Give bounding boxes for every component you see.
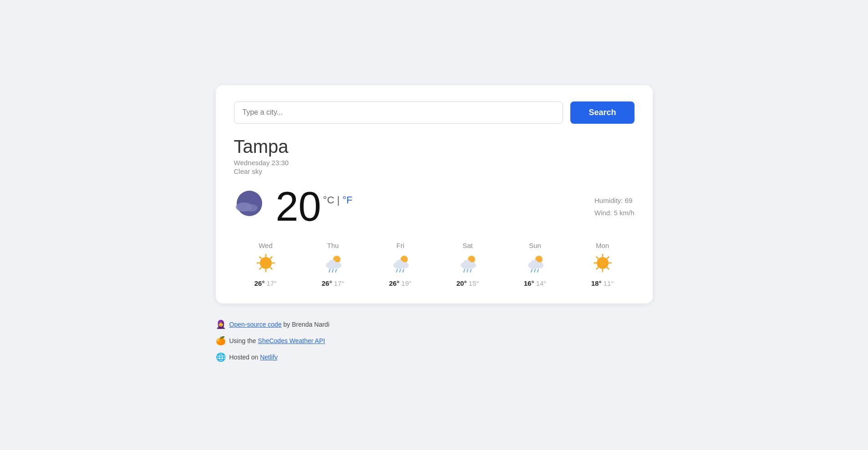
footer-line-1: 🧕 Open-source code by Brenda Nardi <box>216 316 653 333</box>
forecast-icon <box>256 253 276 276</box>
weather-icon-main <box>234 188 267 225</box>
temperature-value: 20 <box>276 186 321 227</box>
forecast-high: 26° <box>254 279 267 287</box>
netlify-link[interactable]: Netlify <box>260 354 278 361</box>
city-name: Tampa <box>234 137 635 157</box>
temperature-block: 20 °C | °F <box>276 186 353 227</box>
footer-emoji-1: 🧕 <box>216 316 226 333</box>
svg-line-38 <box>534 269 535 272</box>
svg-line-18 <box>335 269 336 272</box>
weather-main: 20 °C | °F Humidity: 69 Wind: 5 km/h <box>234 186 635 227</box>
forecast-row: Wed 26° 17°Thu 26° 17°Fri <box>234 242 635 287</box>
svg-line-24 <box>400 269 401 272</box>
forecast-low: 11° <box>604 279 614 287</box>
svg-line-25 <box>403 269 404 272</box>
forecast-day: Mon 18° 11° <box>571 242 635 287</box>
forecast-high: 18° <box>591 279 604 287</box>
svg-point-40 <box>597 257 609 269</box>
svg-line-17 <box>332 269 333 272</box>
footer-line-2: 🍊 Using the SheCodes Weather API <box>216 333 653 349</box>
svg-line-37 <box>531 269 532 272</box>
footer-text-1: Open-source code by Brenda Nardi <box>229 318 330 331</box>
svg-line-23 <box>396 269 397 272</box>
svg-line-10 <box>270 257 272 258</box>
forecast-low: 14° <box>536 279 547 287</box>
svg-point-29 <box>463 260 471 266</box>
forecast-low: 17° <box>334 279 345 287</box>
forecast-high: 16° <box>524 279 536 287</box>
forecast-day-label: Sun <box>529 242 541 249</box>
search-button[interactable]: Search <box>570 101 634 124</box>
forecast-icon <box>525 253 545 276</box>
unit-separator: | <box>337 194 342 206</box>
svg-line-48 <box>596 268 598 269</box>
svg-line-8 <box>259 257 261 258</box>
forecast-low: 15° <box>469 279 479 287</box>
forecast-icon <box>391 253 411 276</box>
svg-point-36 <box>531 260 538 266</box>
footer-text-2: Using the SheCodes Weather API <box>229 334 325 347</box>
forecast-high: 20° <box>457 279 469 287</box>
fahrenheit-unit[interactable]: °F <box>342 194 352 206</box>
forecast-high: 26° <box>389 279 401 287</box>
svg-line-16 <box>329 269 330 272</box>
svg-point-22 <box>396 260 403 266</box>
svg-line-39 <box>538 269 538 272</box>
forecast-day-label: Thu <box>327 242 339 249</box>
forecast-icon <box>323 253 343 276</box>
forecast-temps: 18° 11° <box>591 279 614 287</box>
forecast-icon <box>593 253 613 276</box>
svg-point-2 <box>245 204 258 212</box>
forecast-temps: 20° 15° <box>457 279 479 287</box>
svg-line-46 <box>607 268 609 269</box>
forecast-icon <box>458 253 478 276</box>
city-condition: Clear sky <box>234 167 635 175</box>
footer-text-3: Hosted on Netlify <box>229 351 278 364</box>
forecast-temps: 26° 17° <box>322 279 345 287</box>
svg-line-47 <box>607 257 609 258</box>
forecast-day-label: Mon <box>596 242 609 249</box>
forecast-temps: 16° 14° <box>524 279 547 287</box>
forecast-low: 19° <box>401 279 412 287</box>
humidity: Humidity: 69 <box>594 194 635 207</box>
svg-line-9 <box>270 268 272 269</box>
search-row: Search <box>234 101 635 124</box>
forecast-day: Sat 20° 15° <box>436 242 500 287</box>
forecast-day-label: Wed <box>259 242 273 249</box>
forecast-day-label: Sat <box>462 242 473 249</box>
svg-line-45 <box>596 257 598 258</box>
forecast-low: 17° <box>267 279 277 287</box>
footer-emoji-3: 🌐 <box>216 349 226 365</box>
svg-line-31 <box>467 269 468 272</box>
svg-line-11 <box>259 268 261 269</box>
footer-emoji-2: 🍊 <box>216 333 226 349</box>
shecodes-link[interactable]: SheCodes Weather API <box>258 337 325 344</box>
forecast-day: Thu 26° 17° <box>301 242 365 287</box>
forecast-day-label: Fri <box>396 242 405 249</box>
footer-prefix-3: Hosted on <box>229 354 260 361</box>
forecast-day: Sun 16° 14° <box>503 242 567 287</box>
forecast-temps: 26° 19° <box>389 279 412 287</box>
celsius-unit: °C <box>323 194 335 206</box>
svg-line-32 <box>470 269 471 272</box>
forecast-day: Fri 26° 19° <box>369 242 432 287</box>
forecast-high: 26° <box>322 279 334 287</box>
temperature-units: °C | °F <box>323 194 353 206</box>
search-input[interactable] <box>234 101 563 124</box>
footer-line-3: 🌐 Hosted on Netlify <box>216 349 653 365</box>
weather-details: Humidity: 69 Wind: 5 km/h <box>594 194 635 219</box>
city-datetime: Wednesday 23:30 <box>234 159 635 167</box>
opensource-link[interactable]: Open-source code <box>229 321 282 328</box>
forecast-day: Wed 26° 17° <box>234 242 298 287</box>
footer-prefix-2: Using the <box>229 337 258 344</box>
forecast-temps: 26° 17° <box>254 279 277 287</box>
svg-line-30 <box>464 269 465 272</box>
wind: Wind: 5 km/h <box>594 207 635 219</box>
svg-point-15 <box>329 260 336 266</box>
svg-point-3 <box>260 257 272 269</box>
footer: 🧕 Open-source code by Brenda Nardi 🍊 Usi… <box>216 316 653 365</box>
weather-card: Search Tampa Wednesday 23:30 Clear sky 2… <box>216 85 653 303</box>
footer-suffix-1: by Brenda Nardi <box>282 321 330 328</box>
